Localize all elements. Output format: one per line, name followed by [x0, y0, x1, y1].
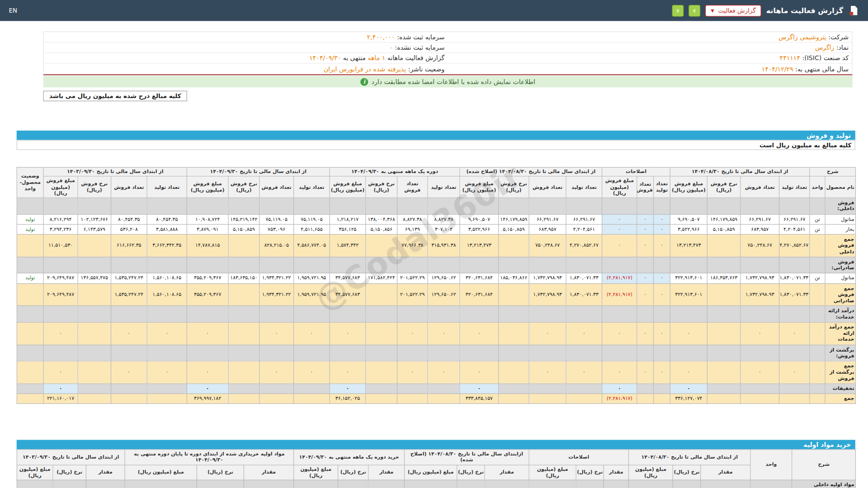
table-row: متانولتن۱,۸۳۰,۰۷۱.۳۳۱,۷۳۲,۷۹۸.۹۳۱۸۶,۳۵۳,…: [17, 273, 855, 283]
column-header: از ابتدای سال مالی تا تاریخ ۱۴۰۴/۰۹/۳۰: [187, 167, 330, 176]
table-cell: [810, 345, 825, 361]
column-header: نرخ (ریال): [673, 465, 701, 480]
table-cell: ۱۸۵,۰۳۶,۸۶۶: [499, 273, 529, 283]
table-cell: ۳۴,۵۷۷,۶۸۳: [330, 283, 366, 306]
table-cell: [17, 283, 43, 306]
table-cell: ۹,۶۹۰,۵۰۷: [670, 214, 707, 224]
table-cell: [294, 345, 330, 361]
table-cell: [228, 257, 259, 273]
table-cell: [366, 322, 397, 345]
table-cell: ۸,۲۱۶,۲۹۴: [43, 214, 78, 224]
next-report-button[interactable]: ›: [689, 5, 700, 16]
field-label: کد صنعت (ISIC):: [800, 54, 849, 62]
table-cell: [330, 257, 366, 273]
table-cell: [629, 480, 673, 488]
prev-report-button[interactable]: ‹: [672, 5, 684, 16]
table-cell: [499, 198, 529, 214]
table-cell: ۳۵۵,۲۰۹,۳۶۷: [187, 283, 228, 306]
table-cell: [17, 306, 43, 322]
table-cell: ۳۵۶,۱۲۵: [330, 224, 366, 234]
column-header: مبلغ (میلیون ریال): [17, 465, 53, 480]
column-header: تعداد تولید: [428, 176, 460, 197]
column-header: مبلغ (میلیون ریال): [405, 465, 457, 480]
table-cell: [779, 198, 810, 214]
table-cell: [147, 198, 187, 214]
table-cell: [499, 322, 529, 345]
column-header: واحد: [750, 450, 792, 480]
table-cell: ۵,۱۵۰,۸۵۶: [366, 224, 397, 234]
table-cell: ۱۰۲,۱۲۳,۶۷۶: [78, 214, 111, 224]
table-cell: ۵,۱۵۰,۸۵۹: [499, 224, 529, 234]
page-title: گزارش فعالیت ماهانه: [766, 6, 843, 14]
table-cell: ۱,۸۳۰,۰۷۱.۳۳: [566, 283, 602, 306]
table-cell: [228, 283, 259, 306]
table-cell: [43, 345, 78, 361]
table-cell: [17, 361, 43, 384]
table-cell: ۴,۵۸۶,۷۷۴.۰۵: [294, 235, 330, 257]
table-cell: برگشت از فروش:: [825, 345, 855, 361]
table-cell: ۰: [330, 361, 366, 384]
table-cell: ۰: [43, 361, 78, 384]
report-type-dropdown[interactable]: گزارش فعالیت ▼: [705, 5, 761, 16]
table-cell: ۶۶,۲۹۱.۶۷: [779, 214, 810, 224]
table-cell: [810, 394, 825, 404]
column-header: مقدار: [485, 465, 529, 480]
table-cell: متانول: [825, 214, 855, 224]
table-cell: [366, 306, 397, 322]
table-cell: ۱۸۶,۳۵۳,۷۶۳: [707, 273, 740, 283]
table-cell: [604, 480, 628, 488]
column-header: تعداد فروش: [259, 176, 294, 197]
column-header: خرید دوره یک ماهه منتهی به ۱۴۰۴/۰۹/۳۰: [294, 450, 405, 465]
table-cell: [654, 394, 670, 404]
column-header: مبلغ فروش (میلیون ریال): [602, 176, 637, 197]
table-cell: [428, 345, 460, 361]
table-cell: [125, 480, 197, 488]
table-cell: ۰: [397, 322, 428, 345]
table-cell: [330, 345, 366, 361]
table-cell: [460, 306, 499, 322]
table-cell: جمع فروش صادراتی: [825, 283, 855, 306]
report-doc-icon[interactable]: [848, 5, 859, 16]
table-cell: [366, 257, 397, 273]
table-cell: [654, 345, 670, 361]
table-cell: ۰: [529, 322, 566, 345]
table-cell: ۱۴۶,۱۷۹,۸۵۹: [499, 214, 529, 224]
table-cell: ۰: [602, 235, 637, 257]
navbar-actions: گزارش فعالیت ماهانه گزارش فعالیت ▼ › ‹: [672, 5, 859, 16]
table-cell: ۱,۹۵۹,۷۲۱.۹۵: [294, 273, 330, 283]
table-cell: [366, 283, 397, 306]
table-cell: ۲۰۹,۶۴۹,۴۸۷: [43, 273, 78, 283]
table-cell: [499, 384, 529, 394]
table-cell: تولید: [17, 214, 43, 224]
table-cell: [707, 322, 740, 345]
table-cell: [602, 345, 637, 361]
table-cell: [602, 257, 637, 273]
table-cell: ۳۶۹,۹۹۷,۱۸۲: [187, 394, 228, 404]
table-cell: ۰: [637, 224, 654, 234]
column-header: تعداد تولید: [147, 176, 187, 197]
table-cell: ۶۱۶,۶۶۲.۳۵: [111, 235, 147, 257]
table-row: مواد اولیه داخلی: [17, 480, 855, 488]
language-toggle[interactable]: EN: [9, 7, 18, 14]
table-cell: درآمد ارائه خدمات:: [825, 306, 855, 322]
table-row: جمع درآمد ارائه خدمات۰۰۰۰۰۰۰۰۰۰۰۰۰۰۰۰۰۰: [17, 322, 855, 345]
table-cell: مواد اولیه داخلی: [792, 480, 856, 488]
table-row: برگشت از فروش:: [17, 345, 855, 361]
table-cell: ۳,۲۹۴,۲۳۶: [43, 224, 78, 234]
column-header: از ابتدای سال مالی تا تاریخ ۱۴۰۴/۰۸/۳۰ (…: [460, 167, 602, 176]
column-header: تعداد تولید: [654, 176, 670, 197]
table-cell: ۲۰۱,۵۲۲.۲۹: [397, 273, 428, 283]
table-cell: [654, 384, 670, 394]
table-cell: [187, 198, 228, 214]
table-cell: [566, 384, 602, 394]
table-cell: ۷۵,۱۱۹.۰۵: [294, 214, 330, 224]
table-cell: [779, 345, 810, 361]
column-header: مقدار: [86, 465, 125, 480]
company-info-field: سال مالی منتهی به: ۱۴۰۴/۱۲/۲۹: [448, 65, 852, 73]
table-cell: [499, 235, 529, 257]
table-cell: [53, 480, 86, 488]
company-info-field: وضعیت ناشر: پذیرفته شده در فرابورس ایران: [44, 65, 448, 73]
table-cell: ۰: [637, 361, 654, 384]
column-header: مبلغ فروش (میلیون ریال): [460, 176, 499, 197]
table-cell: ۵,۱۵۰,۸۵۹: [228, 224, 259, 234]
